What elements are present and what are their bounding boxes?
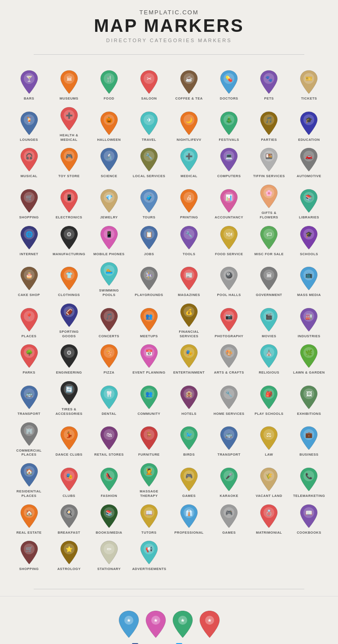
icon-cell-cookbooks[interactable]: 📖 COOKBOOKS	[289, 500, 329, 537]
icon-cell-clothings[interactable]: 👕 CLOTHINGS	[49, 258, 89, 299]
icon-cell-fashion[interactable]: 👠 FASHION	[89, 459, 129, 500]
icon-cell-saloon[interactable]: ✂ SALOON	[129, 66, 169, 103]
icon-cell-karaoke[interactable]: 🎤 KARAOKE	[209, 459, 249, 500]
icon-cell-telemarketing[interactable]: 📞 TELEMARKETING	[289, 459, 329, 500]
icon-cell-birds[interactable]: 🐦 BIRDS	[169, 418, 209, 459]
bottom-marker-3[interactable]: ★	[198, 610, 221, 639]
icon-cell-tires---accessories[interactable]: 🔄 TIRES & ACCESSORIES	[49, 377, 89, 418]
icon-cell-residential-places[interactable]: 🏠 RESIDENTIAL PLACES	[9, 459, 49, 500]
icon-cell-pizza[interactable]: 🍕 PIZZA	[89, 340, 129, 377]
icon-cell-professional[interactable]: 👔 PROFESSIONAL	[169, 500, 209, 537]
icon-cell-medical[interactable]: ➕ MEDICAL	[169, 144, 209, 180]
icon-cell-retail-stores[interactable]: 🛍 RETAIL STORES	[89, 418, 129, 459]
icon-cell-law[interactable]: ⚖ LAW	[249, 418, 289, 459]
icon-cell-food-service[interactable]: 🍽 FOOD SERVICE	[209, 222, 249, 258]
icon-cell-meetups[interactable]: 👥 MEETUPS	[129, 299, 169, 340]
icon-cell-printing[interactable]: 🖨 PRINTING	[169, 180, 209, 222]
icon-cell-government[interactable]: 🏛 GOVERNMENT	[249, 258, 289, 299]
icon-cell-industries[interactable]: 🏭 INDUSTRIES	[289, 299, 329, 340]
icon-cell-home-services[interactable]: 🔧 HOME SERVICES	[209, 377, 249, 418]
icon-cell-arts---crafts[interactable]: 🎨 ARTS & CRAFTS	[209, 340, 249, 377]
icon-cell-hotels[interactable]: 🏨 HOTELS	[169, 377, 209, 418]
icon-cell-jobs[interactable]: 📋 JOBS	[129, 222, 169, 258]
icon-cell-manufacturing[interactable]: ⚙ MANUFACTURING	[49, 222, 89, 258]
icon-cell-computers[interactable]: 💻 COMPUTERS	[209, 144, 249, 180]
icon-cell-movies[interactable]: 🎬 MOVIES	[249, 299, 289, 340]
icon-cell-stationary[interactable]: ✏ STATIONARY	[89, 536, 129, 573]
icon-cell-accountancy[interactable]: 📊 ACCOUNTANCY	[209, 180, 249, 222]
icon-cell-community[interactable]: 👥 COMMUNITY	[129, 377, 169, 418]
icon-cell-books-media[interactable]: 📚 BOOKS/MEDIA	[89, 500, 129, 537]
icon-cell-clubs[interactable]: 🎭 CLUBS	[49, 459, 89, 500]
icon-cell-mobile-phones[interactable]: 📱 MOBILE PHONES	[89, 222, 129, 258]
icon-cell-nightlifevv[interactable]: 🌙 NIGHTLIFEVV	[169, 103, 209, 144]
icon-cell-education[interactable]: 🎓 EDUCATION	[289, 103, 329, 144]
icon-cell-magazines[interactable]: 📰 MAGAZINES	[169, 258, 209, 299]
icon-cell-science[interactable]: 🔬 SCIENCE	[89, 144, 129, 180]
icon-cell-pets[interactable]: 🐾 PETS	[249, 66, 289, 103]
icon-cell-food[interactable]: 🍴 FOOD	[89, 66, 129, 103]
icon-cell-financial-services[interactable]: 💰 FINANCIAL SERVICES	[169, 299, 209, 340]
icon-cell-jewelry[interactable]: 💎 JEWELRY	[89, 180, 129, 222]
icon-cell-bars[interactable]: 🍸 BARS	[9, 66, 49, 103]
icon-cell-shopping[interactable]: 🛒 SHOPPING	[9, 536, 49, 573]
icon-cell-tickets[interactable]: 🎫 TICKETS	[289, 66, 329, 103]
icon-cell-astrology[interactable]: ⭐ ASTROLOGY	[49, 536, 89, 573]
icon-cell-massage-therapy[interactable]: 💆 MASSAGE THERAPY	[129, 459, 169, 500]
icon-cell-play-schools[interactable]: 🎒 PLAY SCHOOLS	[249, 377, 289, 418]
icon-cell-toy-store[interactable]: 🎮 TOY STORE	[49, 144, 89, 180]
icon-cell-schools[interactable]: 🎓 SCHOOLS	[289, 222, 329, 258]
icon-cell-travel[interactable]: ✈ TRAVEL	[129, 103, 169, 144]
icon-cell-festivals[interactable]: 🎄 FESTIVALS	[209, 103, 249, 144]
icon-cell-event-planning[interactable]: 📅 EVENT PLANNING	[129, 340, 169, 377]
bottom-marker-1[interactable]: ★	[145, 610, 167, 639]
icon-cell-lounges[interactable]: 🍹 LOUNGES	[9, 103, 49, 144]
icon-cell-health---medical[interactable]: ➕ HEALTH & MEDICAL	[49, 103, 89, 144]
icon-cell-games[interactable]: 🎮 GAMES	[209, 500, 249, 537]
icon-cell-real-estate[interactable]: 🏠 REAL ESTATE	[9, 500, 49, 537]
icon-cell-business[interactable]: 💼 BUSINESS	[289, 418, 329, 459]
icon-cell-dance-clubs[interactable]: 💃 DANCE CLUBS	[49, 418, 89, 459]
icon-cell-advertisements[interactable]: 📢 ADVERTISEMENTS	[129, 536, 169, 573]
icon-cell-tours[interactable]: 🧳 TOURS	[129, 180, 169, 222]
icon-cell-museums[interactable]: 🏛 MUSEUMS	[49, 66, 89, 103]
icon-cell-lawn---garden[interactable]: 🌿 LAWN & GARDEN	[289, 340, 329, 377]
icon-cell-parties[interactable]: 🎵 PARTIES	[249, 103, 289, 144]
icon-cell-vacant-land[interactable]: 🌾 VACANT LAND	[249, 459, 289, 500]
icon-cell-misc-for-sale[interactable]: 🏷 MISC FOR SALE	[249, 222, 289, 258]
icon-cell-pool-halls[interactable]: 🎱 POOL HALLS	[209, 258, 249, 299]
icon-cell-playgrounds[interactable]: 🎠 PLAYGROUNDS	[129, 258, 169, 299]
icon-cell-furniture[interactable]: 🪑 FURNITURE	[129, 418, 169, 459]
icon-cell-internet[interactable]: 🌐 INTERNET	[9, 222, 49, 258]
icon-cell-musical[interactable]: 🎧 MUSICAL	[9, 144, 49, 180]
icon-cell-transport[interactable]: 🚌 TRANSPORT	[209, 418, 249, 459]
icon-cell-coffee---tea[interactable]: ☕ COFFEE & TEA	[169, 66, 209, 103]
icon-cell-mass-media[interactable]: 📺 MASS MEDIA	[289, 258, 329, 299]
bottom-marker-0[interactable]: ★	[118, 610, 140, 639]
icon-cell-religious[interactable]: ⛪ RELIGIOUS	[249, 340, 289, 377]
bottom-marker-2[interactable]: ★	[171, 610, 194, 639]
icon-cell-engineering[interactable]: ⚙ ENGINEERING	[49, 340, 89, 377]
icon-cell-automotive[interactable]: 🚗 AUTOMOTIVE	[289, 144, 329, 180]
icon-cell-exhibitions[interactable]: 🖼 EXHIBITIONS	[289, 377, 329, 418]
icon-cell-dental[interactable]: 🦷 DENTAL	[89, 377, 129, 418]
icon-cell-sporting-goods[interactable]: 🏈 SPORTING GOODS	[49, 299, 89, 340]
icon-cell-breakfast[interactable]: 🍳 BREAKFAST	[49, 500, 89, 537]
icon-cell-tutors[interactable]: 📖 TUTORS	[129, 500, 169, 537]
icon-cell-transport[interactable]: 🚌 TRANSPORT	[9, 377, 49, 418]
icon-cell-libraries[interactable]: 📚 LIBRARIES	[289, 180, 329, 222]
icon-cell-tiffin-services[interactable]: 🍱 TIFFIN SERVICES	[249, 144, 289, 180]
icon-cell-games[interactable]: 🎮 GAMES	[169, 459, 209, 500]
icon-cell-halloween[interactable]: 🎃 HALLOWEEN	[89, 103, 129, 144]
icon-cell-commercial-places[interactable]: 🏢 COMMERCIAL PLACES	[9, 418, 49, 459]
icon-cell-local-services[interactable]: 🔧 LOCAL SERVICES	[129, 144, 169, 180]
icon-cell-shopping[interactable]: 🛒 SHOPPING	[9, 180, 49, 222]
icon-cell-entertainment[interactable]: 🎭 ENTERTAINMENT	[169, 340, 209, 377]
icon-cell-places[interactable]: 📍 PLACES	[9, 299, 49, 340]
icon-cell-swimming-pools[interactable]: 🏊 SWIMMING POOLS	[89, 258, 129, 299]
icon-cell-cake-shop[interactable]: 🎂 CAKE SHOP	[9, 258, 49, 299]
icon-cell-parks[interactable]: 🌳 PARKS	[9, 340, 49, 377]
icon-cell-concerts[interactable]: 🎵 CONCERTS	[89, 299, 129, 340]
icon-cell-gifts---flowers[interactable]: 🌸 GIFTS & FLOWERS	[249, 180, 289, 222]
icon-cell-doctors[interactable]: 💊 DOCTORS	[209, 66, 249, 103]
